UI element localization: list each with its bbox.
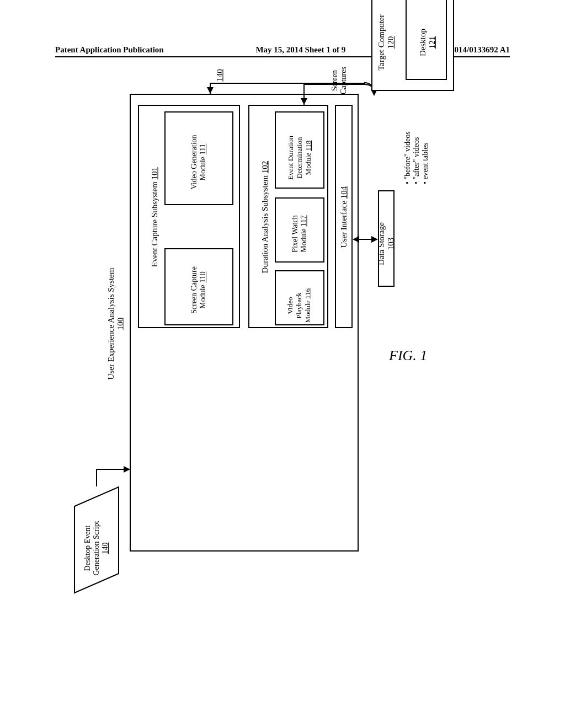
target-label: Target Computer 120: [377, 0, 396, 87]
video-playback-label: Video Playback Module 116: [286, 278, 312, 333]
diagram: User Experience Analysis System 100 Desk…: [72, 77, 491, 673]
header-center: May 15, 2014 Sheet 1 of 9: [255, 45, 345, 55]
system-title: User Experience Analysis System 100: [106, 252, 125, 395]
conn-label: 140: [215, 65, 225, 87]
event-capture-label: Event Capture Subsystem 101: [150, 154, 159, 281]
ui-label: User Interface 104: [339, 176, 349, 259]
script-label: Desktop Event Generation Script 140: [83, 501, 110, 595]
duration-subsys-label: Duration Analysis Subsystem 102: [260, 140, 270, 295]
data-storage-label: Data Storage 103: [377, 205, 396, 282]
storage-items: • "before" videos • "after" videos • eve…: [403, 107, 430, 184]
video-gen-label: Video Generation Module 111: [190, 118, 207, 206]
figure-label: FIG. 1: [389, 347, 427, 364]
event-duration-label: Event Duration Determination Module 118: [286, 122, 313, 194]
header-left: Patent Application Publication: [55, 45, 164, 55]
page: Patent Application Publication May 15, 2…: [0, 0, 565, 728]
screen-capture-label: Screen Capture Module 110: [190, 251, 207, 329]
pixel-watch-label: Pixel Watch Module 117: [291, 202, 308, 266]
screen-captures-label: Screen Captures: [331, 56, 348, 105]
desktop-label: Desktop 121: [418, 18, 437, 67]
